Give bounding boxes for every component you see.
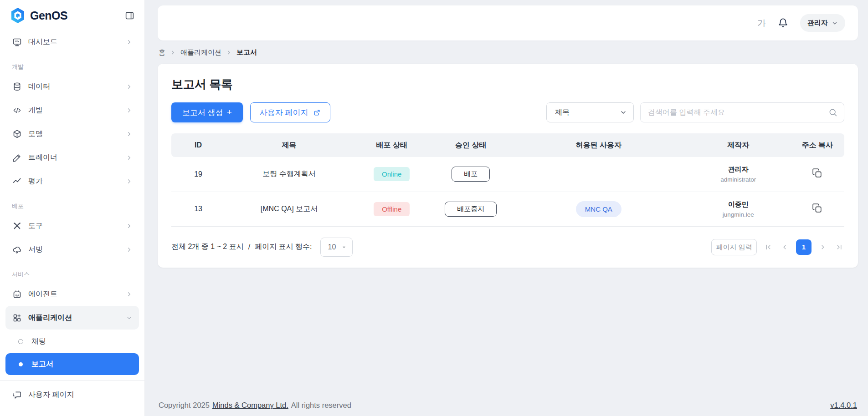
notification-bell-icon[interactable] xyxy=(778,18,788,28)
creator-name: 이중민 xyxy=(686,200,791,209)
create-report-button[interactable]: 보고서 생성 + xyxy=(171,102,243,122)
chevron-right-icon xyxy=(126,291,133,298)
rows-per-page-label: 페이지 표시 행수: xyxy=(255,242,312,252)
next-page-icon[interactable] xyxy=(818,242,828,252)
plus-icon: + xyxy=(227,107,232,117)
dashboard-icon xyxy=(12,37,22,47)
pagination-controls: 1 xyxy=(711,239,844,255)
top-header: 가 관리자 xyxy=(158,5,858,41)
pagination-summary-group: 전체 2개 중 1 ~ 2 표시 / 페이지 표시 행수: 10 xyxy=(171,238,353,257)
user-page-icon xyxy=(12,390,22,400)
last-page-icon[interactable] xyxy=(834,242,844,252)
cell-creator: 관리자 administrator xyxy=(686,157,791,192)
sidebar-subitem-chat[interactable]: 채팅 xyxy=(5,330,139,352)
sidebar-item-label: 평가 xyxy=(28,177,119,186)
sidebar-item-tools[interactable]: 도구 xyxy=(5,214,139,238)
user-menu-button[interactable]: 관리자 xyxy=(800,14,845,32)
user-page-button[interactable]: 사용자 페이지 xyxy=(250,102,330,122)
sidebar-subitem-report[interactable]: 보고서 xyxy=(5,353,139,375)
current-page-button[interactable]: 1 xyxy=(796,239,812,255)
tools-icon xyxy=(12,221,22,231)
approval-status-button[interactable]: 배포중지 xyxy=(445,202,497,217)
column-header-title: 제목 xyxy=(225,133,353,157)
sidebar-item-evaluation[interactable]: 평가 xyxy=(5,169,139,193)
user-menu-label: 관리자 xyxy=(807,19,828,27)
sidebar-item-agent[interactable]: 에이전트 xyxy=(5,282,139,306)
breadcrumb-application[interactable]: 애플리케이션 xyxy=(180,48,221,57)
genos-logo-icon xyxy=(10,7,26,24)
search-field-select[interactable]: 제목 xyxy=(546,102,634,122)
status-badge: Online xyxy=(374,167,410,181)
sidebar-divider xyxy=(0,380,144,381)
previous-page-icon[interactable] xyxy=(780,242,790,252)
sidebar-item-label: 서빙 xyxy=(28,245,119,254)
cube-icon xyxy=(12,129,22,139)
breadcrumb: 홈 애플리케이션 보고서 xyxy=(159,48,857,57)
rows-per-page-select[interactable]: 10 xyxy=(320,238,353,257)
main-area: 가 관리자 홈 애플리케이션 보고서 보고서 목록 보고서 생성 xyxy=(145,0,868,416)
search-icon[interactable] xyxy=(828,108,837,117)
status-badge: Offline xyxy=(374,202,410,216)
chevron-down-icon xyxy=(832,20,838,26)
agent-icon xyxy=(12,289,22,299)
pagination-row: 전체 2개 중 1 ~ 2 표시 / 페이지 표시 행수: 10 xyxy=(171,238,844,257)
page-number-input[interactable] xyxy=(711,239,757,255)
chevron-right-icon xyxy=(126,223,133,229)
search-field-value: 제목 xyxy=(555,108,570,117)
logo: GenOS xyxy=(10,7,67,24)
cell-allowed-users xyxy=(511,157,686,192)
chevron-right-icon xyxy=(126,246,133,253)
copyright-suffix: All rights reserved xyxy=(291,401,351,410)
dropdown-triangle-icon xyxy=(341,244,347,250)
cell-creator: 이중민 jungmin.lee xyxy=(686,192,791,226)
create-report-label: 보고서 생성 xyxy=(182,107,223,118)
sidebar-item-data[interactable]: 데이터 xyxy=(5,75,139,98)
sidebar-subitem-label: 채팅 xyxy=(31,337,46,346)
cell-allowed-users: MNC QA xyxy=(511,192,686,226)
breadcrumb-home[interactable]: 홈 xyxy=(159,48,165,57)
creator-id: administrator xyxy=(686,176,791,183)
copy-url-button[interactable] xyxy=(812,203,823,214)
chevron-right-icon xyxy=(126,39,133,46)
breadcrumb-report: 보고서 xyxy=(236,48,257,57)
code-icon xyxy=(12,106,22,115)
approval-status-button[interactable]: 배포 xyxy=(452,167,490,182)
sidebar-item-user-page[interactable]: 사용자 페이지 xyxy=(5,383,139,406)
sidebar-item-dashboard[interactable]: 대시보드 xyxy=(5,30,139,54)
chevron-down-icon xyxy=(126,315,133,321)
column-header-id: ID xyxy=(171,133,225,157)
sidebar-item-application[interactable]: 애플리케이션 xyxy=(5,306,139,330)
sidebar-item-label: 트레이너 xyxy=(28,153,119,162)
logo-text: GenOS xyxy=(30,9,67,22)
version-link[interactable]: v1.4.0.1 xyxy=(830,401,857,410)
actions-row: 보고서 생성 + 사용자 페이지 제목 xyxy=(171,102,844,122)
chevron-right-icon xyxy=(126,154,133,161)
sidebar-item-label: 애플리케이션 xyxy=(28,313,119,323)
search-input[interactable] xyxy=(648,108,828,117)
column-header-deploy-status: 배포 상태 xyxy=(353,133,431,157)
report-table: ID 제목 배포 상태 승인 상태 허용된 사용자 제작자 주소 복사 19 보… xyxy=(171,133,844,227)
sidebar-item-trainer[interactable]: 트레이너 xyxy=(5,146,139,169)
cell-title: 보령 수행계획서 xyxy=(225,157,353,192)
sidebar-item-develop[interactable]: 개발 xyxy=(5,98,139,122)
sidebar-item-model[interactable]: 모델 xyxy=(5,122,139,146)
table-row: 13 [MNC QA] 보고서 Offline 배포중지 MNC QA 이중민 … xyxy=(171,192,844,226)
search-box xyxy=(640,102,844,122)
sidebar-section-service: 서비스 xyxy=(5,270,139,279)
copy-url-button[interactable] xyxy=(812,167,823,179)
cell-id: 19 xyxy=(171,157,225,192)
pagination-separator: / xyxy=(248,243,250,251)
report-list-card: 보고서 목록 보고서 생성 + 사용자 페이지 제목 xyxy=(158,64,858,268)
sidebar-item-label: 에이전트 xyxy=(28,289,119,299)
sidebar-item-serving[interactable]: 서빙 xyxy=(5,238,139,261)
sidebar-subitem-label: 보고서 xyxy=(31,360,53,369)
allowed-user-badge: MNC QA xyxy=(576,201,621,217)
sidebar-header: GenOS xyxy=(5,0,139,30)
footer: Copyright 2025 Minds & Company Ltd. All … xyxy=(158,401,858,416)
chevron-right-icon xyxy=(126,178,133,185)
font-size-toggle[interactable]: 가 xyxy=(757,17,766,29)
sidebar-collapse-icon[interactable] xyxy=(124,10,135,21)
company-link[interactable]: Minds & Company Ltd. xyxy=(212,401,288,410)
chevron-right-icon xyxy=(126,131,133,137)
first-page-icon[interactable] xyxy=(763,242,773,252)
